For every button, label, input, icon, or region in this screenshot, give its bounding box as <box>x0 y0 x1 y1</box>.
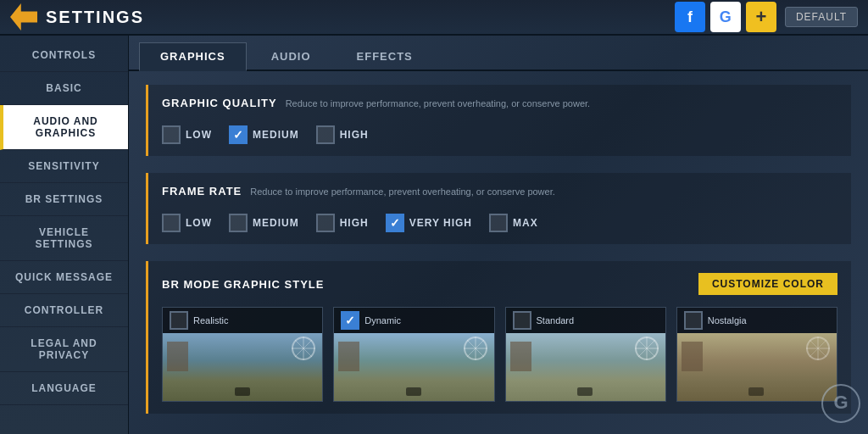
sidebar-item-controls[interactable]: CONTROLS <box>0 39 128 72</box>
checkbox-standard[interactable] <box>513 311 531 330</box>
tab-audio[interactable]: AUDIO <box>250 42 332 70</box>
style-card-standard[interactable]: Standard <box>505 307 666 402</box>
frame-rate-title: FRAME RATE <box>162 185 242 198</box>
style-card-img-standard <box>506 333 665 401</box>
plus-icon[interactable]: + <box>746 2 776 32</box>
label-medium-quality: MEDIUM <box>253 129 299 141</box>
label-low-quality: LOW <box>186 129 212 141</box>
label-dynamic: Dynamic <box>364 315 401 326</box>
label-high-quality: HIGH <box>340 129 369 141</box>
checkbox-dynamic[interactable] <box>341 311 359 330</box>
style-card-header-realistic: Realistic <box>163 308 322 333</box>
graphic-quality-title-row: GRAPHIC QUALITY Reduce to improve perfor… <box>162 97 837 119</box>
graphic-quality-title: GRAPHIC QUALITY <box>162 97 277 109</box>
checkbox-medium-quality[interactable] <box>229 125 248 144</box>
style-card-img-realistic <box>163 333 322 401</box>
building-decoration-nostalgia <box>682 342 703 371</box>
frame-rate-subtitle: Reduce to improve performance, prevent o… <box>250 186 555 197</box>
sidebar-item-br-settings[interactable]: BR SETTINGS <box>0 183 128 216</box>
sidebar-item-controller[interactable]: CONTROLLER <box>0 294 128 327</box>
customize-color-button[interactable]: CUSTOMIZE COLOR <box>698 273 837 295</box>
tab-graphics[interactable]: GRAPHICS <box>139 42 247 71</box>
graphic-quality-section: GRAPHIC QUALITY Reduce to improve perfor… <box>146 85 851 156</box>
ferris-spokes-nostalgia <box>806 337 830 360</box>
checkbox-very-high-fps[interactable] <box>386 214 404 232</box>
back-icon[interactable] <box>10 3 37 31</box>
option-medium-quality[interactable]: MEDIUM <box>229 125 299 144</box>
sidebar-item-vehicle-settings[interactable]: VEHICLE SETTINGS <box>0 216 128 261</box>
tabs-bar: GRAPHICS AUDIO EFFECTS <box>129 36 868 71</box>
style-cards-row: Realistic <box>162 307 837 402</box>
graphic-quality-subtitle: Reduce to improve performance, prevent o… <box>286 98 591 108</box>
ferris-spokes-standard <box>635 337 659 360</box>
ferris-spokes <box>292 337 315 360</box>
label-low-fps: LOW <box>186 217 212 229</box>
bike-decoration-nostalgia <box>748 387 764 396</box>
style-card-header-standard: Standard <box>506 308 665 333</box>
header-icons: f G + DEFAULT <box>675 2 858 32</box>
default-button[interactable]: DEFAULT <box>785 7 858 27</box>
option-high-quality[interactable]: HIGH <box>316 125 369 144</box>
content-area: GRAPHICS AUDIO EFFECTS GRAPHIC QUALITY R… <box>129 36 868 434</box>
graphic-quality-options: LOW MEDIUM HIGH <box>162 125 837 144</box>
checkbox-low-fps[interactable] <box>162 214 181 232</box>
style-card-dynamic[interactable]: Dynamic <box>333 307 494 402</box>
checkbox-medium-fps[interactable] <box>229 214 248 232</box>
checkbox-high-quality[interactable] <box>316 125 335 144</box>
label-realistic: Realistic <box>193 315 229 326</box>
label-high-fps: HIGH <box>340 217 369 229</box>
facebook-icon[interactable]: f <box>675 2 705 32</box>
checkbox-low-quality[interactable] <box>162 125 181 144</box>
option-medium-fps[interactable]: MEDIUM <box>229 214 299 232</box>
sidebar-item-quick-message[interactable]: QUICK MESSAGE <box>0 261 128 294</box>
frame-rate-options: LOW MEDIUM HIGH VERY HIGH <box>162 214 837 232</box>
style-card-img-nostalgia <box>677 333 837 401</box>
checkbox-realistic[interactable] <box>170 311 188 330</box>
sidebar-item-basic[interactable]: BASIC <box>0 72 128 105</box>
br-mode-section: BR MODE GRAPHIC STYLE CUSTOMIZE COLOR Re… <box>146 261 851 414</box>
frame-rate-title-row: FRAME RATE Reduce to improve performance… <box>162 185 837 207</box>
style-card-nostalgia[interactable]: Nostalgia <box>676 307 837 402</box>
bike-decoration-dynamic <box>406 387 421 396</box>
label-medium-fps: MEDIUM <box>253 217 299 229</box>
main-layout: CONTROLS BASIC AUDIO AND GRAPHICS SENSIT… <box>0 36 868 434</box>
sidebar-item-audio-and-graphics[interactable]: AUDIO AND GRAPHICS <box>0 105 128 150</box>
svg-text:G: G <box>833 392 848 413</box>
checkbox-high-fps[interactable] <box>316 214 335 232</box>
option-low-fps[interactable]: LOW <box>162 214 212 232</box>
sidebar-item-language[interactable]: LANGUAGE <box>0 372 128 405</box>
building-decoration-dynamic <box>338 342 359 371</box>
tab-effects[interactable]: EFFECTS <box>336 42 434 70</box>
bike-decoration <box>235 387 250 396</box>
sidebar-item-sensitivity[interactable]: SENSITIVITY <box>0 150 128 183</box>
label-max-fps: MAX <box>513 217 538 229</box>
header: SETTINGS f G + DEFAULT <box>0 0 868 36</box>
frame-rate-section: FRAME RATE Reduce to improve performance… <box>146 173 851 244</box>
br-mode-title: BR MODE GRAPHIC STYLE <box>162 278 324 291</box>
label-standard: Standard <box>537 315 575 326</box>
checkbox-nostalgia[interactable] <box>684 311 703 330</box>
page-title: SETTINGS <box>46 8 675 27</box>
watermark-logo: G <box>821 383 861 427</box>
style-card-header-nostalgia: Nostalgia <box>677 308 837 333</box>
sidebar: CONTROLS BASIC AUDIO AND GRAPHICS SENSIT… <box>0 36 129 434</box>
sidebar-item-legal-and-privacy[interactable]: LEGAL AND PRIVACY <box>0 327 128 372</box>
br-section-header: BR MODE GRAPHIC STYLE CUSTOMIZE COLOR <box>162 273 837 295</box>
checkbox-max-fps[interactable] <box>489 214 508 232</box>
google-icon[interactable]: G <box>710 2 741 32</box>
style-card-img-dynamic <box>334 333 493 401</box>
option-low-quality[interactable]: LOW <box>162 125 212 144</box>
label-nostalgia: Nostalgia <box>708 315 747 326</box>
label-very-high-fps: VERY HIGH <box>409 217 472 229</box>
option-very-high-fps[interactable]: VERY HIGH <box>386 214 472 232</box>
style-card-header-dynamic: Dynamic <box>334 308 493 333</box>
option-high-fps[interactable]: HIGH <box>316 214 369 232</box>
bike-decoration-standard <box>577 387 593 396</box>
building-decoration-standard <box>510 342 531 371</box>
style-card-realistic[interactable]: Realistic <box>162 307 323 402</box>
settings-content: GRAPHIC QUALITY Reduce to improve perfor… <box>129 71 868 434</box>
ferris-spokes-dynamic <box>464 337 487 360</box>
option-max-fps[interactable]: MAX <box>489 214 538 232</box>
building-decoration <box>167 342 188 371</box>
